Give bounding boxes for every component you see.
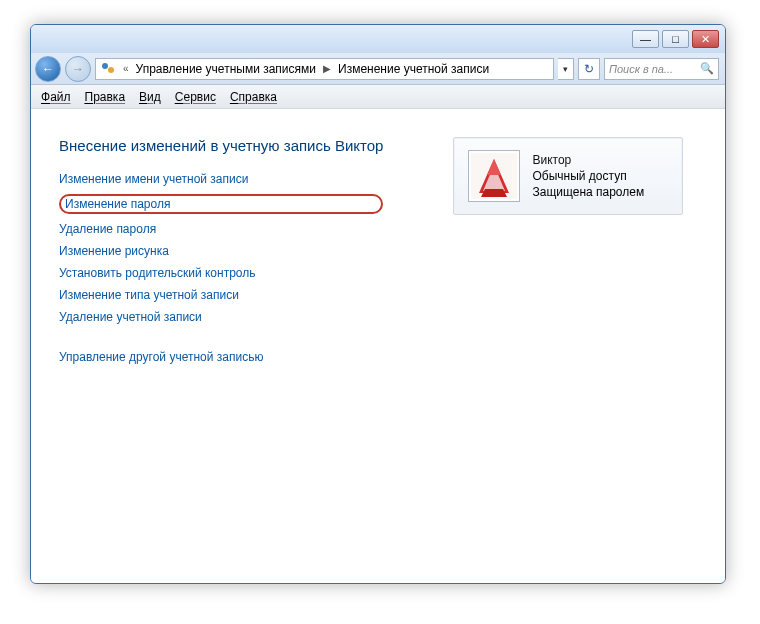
- separator: [59, 332, 383, 342]
- svg-point-1: [108, 67, 114, 73]
- breadcrumb-seg-1[interactable]: Управление учетными записями: [136, 62, 316, 76]
- back-button[interactable]: ←: [35, 56, 61, 82]
- user-name: Виктор: [532, 152, 644, 168]
- link-change-name[interactable]: Изменение имени учетной записи: [59, 172, 248, 186]
- user-access: Обычный доступ: [532, 168, 644, 184]
- address-bar: ← → « Управление учетными записями ▶ Изм…: [31, 53, 725, 85]
- avatar-icon: [471, 153, 517, 199]
- user-card: Виктор Обычный доступ Защищена паролем: [453, 137, 683, 215]
- svg-marker-6: [481, 189, 507, 197]
- content: Внесение изменений в учетную запись Викт…: [31, 109, 725, 583]
- link-change-password-highlight: Изменение пароля: [59, 194, 383, 214]
- search-icon: 🔍: [700, 62, 714, 75]
- breadcrumb-seg-2[interactable]: Изменение учетной записи: [338, 62, 489, 76]
- menu-view[interactable]: Вид: [139, 90, 161, 104]
- menubar: Файл Правка Вид Сервис Справка: [31, 85, 725, 109]
- menu-file[interactable]: Файл: [41, 90, 71, 104]
- page-title: Внесение изменений в учетную запись Викт…: [59, 137, 383, 154]
- menu-service[interactable]: Сервис: [175, 90, 216, 104]
- link-delete-account[interactable]: Удаление учетной записи: [59, 310, 202, 324]
- laquo-icon: «: [120, 63, 132, 74]
- menu-help[interactable]: Справка: [230, 90, 277, 104]
- right-pane: Виктор Обычный доступ Защищена паролем: [453, 137, 683, 555]
- link-remove-password[interactable]: Удаление пароля: [59, 222, 156, 236]
- avatar: [468, 150, 520, 202]
- link-manage-other[interactable]: Управление другой учетной записью: [59, 350, 263, 364]
- user-protected: Защищена паролем: [532, 184, 644, 200]
- refresh-button[interactable]: ↻: [578, 58, 600, 80]
- menu-edit[interactable]: Правка: [85, 90, 126, 104]
- breadcrumb[interactable]: « Управление учетными записями ▶ Изменен…: [95, 58, 554, 80]
- link-change-type[interactable]: Изменение типа учетной записи: [59, 288, 239, 302]
- forward-button[interactable]: →: [65, 56, 91, 82]
- link-change-picture[interactable]: Изменение рисунка: [59, 244, 169, 258]
- search-placeholder: Поиск в па...: [609, 63, 673, 75]
- link-change-password[interactable]: Изменение пароля: [65, 197, 170, 211]
- user-info: Виктор Обычный доступ Защищена паролем: [532, 152, 644, 201]
- left-pane: Внесение изменений в учетную запись Викт…: [59, 137, 383, 555]
- window: — □ ✕ ← → « Управление учетными записями…: [30, 24, 726, 584]
- breadcrumb-dropdown[interactable]: ▾: [558, 58, 574, 80]
- search-input[interactable]: Поиск в па... 🔍: [604, 58, 719, 80]
- maximize-button[interactable]: □: [662, 30, 689, 48]
- minimize-button[interactable]: —: [632, 30, 659, 48]
- control-panel-icon: [100, 61, 116, 77]
- action-links: Изменение имени учетной записи Изменение…: [59, 172, 383, 364]
- chevron-right-icon: ▶: [320, 63, 334, 74]
- link-parental-controls[interactable]: Установить родительский контроль: [59, 266, 256, 280]
- titlebar: — □ ✕: [31, 25, 725, 53]
- svg-point-0: [102, 63, 108, 69]
- close-button[interactable]: ✕: [692, 30, 719, 48]
